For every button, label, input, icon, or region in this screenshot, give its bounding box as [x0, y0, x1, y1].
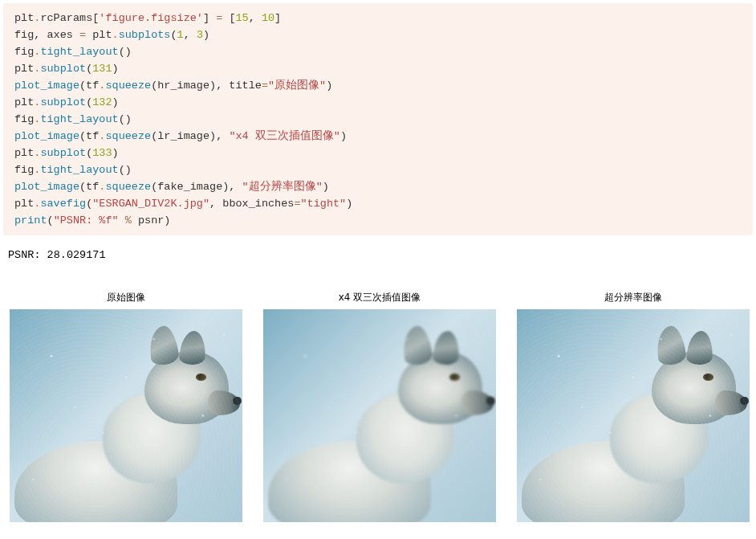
subplot-2-image: [263, 309, 496, 522]
subplot-2: x4 双三次插值图像: [263, 291, 496, 522]
subplot-3-title: 超分辨率图像: [604, 291, 662, 304]
subplot-1-image: [10, 309, 242, 522]
subplot-2-title: x4 双三次插值图像: [339, 291, 421, 304]
figure-output: 原始图像 x4 双三次插值图像: [0, 291, 756, 522]
fox-illustration: [517, 309, 750, 522]
fox-illustration: [263, 309, 496, 522]
subplot-3-image: [517, 309, 750, 522]
stdout-output: PSNR: 28.029171: [0, 242, 756, 268]
fox-illustration: [10, 309, 242, 522]
code-cell: plt.rcParams['figure.figsize'] = [15, 10…: [3, 3, 753, 235]
subplot-1-title: 原始图像: [107, 291, 145, 304]
subplot-1: 原始图像: [10, 291, 242, 522]
psnr-output: PSNR: 28.029171: [8, 249, 106, 261]
subplot-3: 超分辨率图像: [517, 291, 750, 522]
